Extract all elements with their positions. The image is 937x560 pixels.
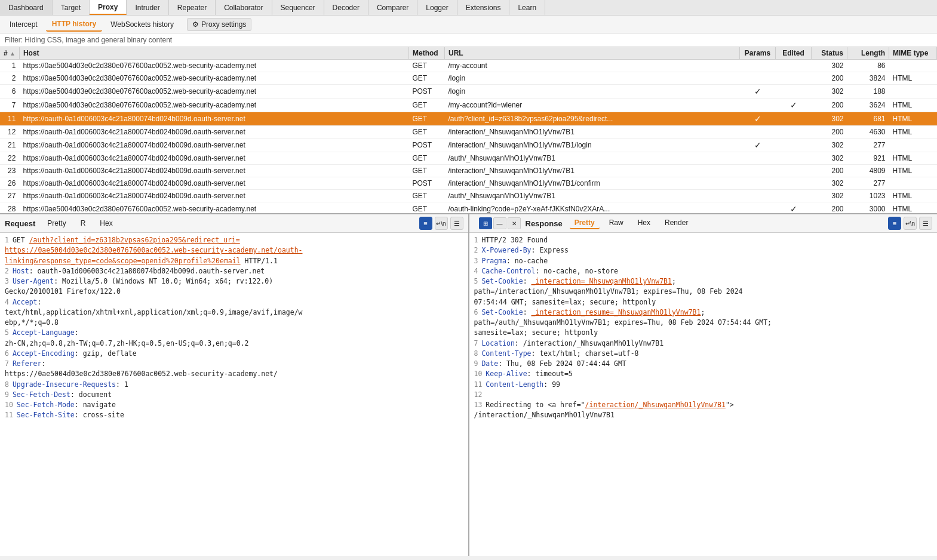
response-action-newline[interactable]: ↵\n <box>904 217 917 230</box>
response-tab-raw[interactable]: Raw <box>604 217 628 229</box>
table-cell: GET <box>409 60 445 72</box>
response-panel-header: ⊞ — ✕ Response Pretty Raw Hex Render ≡ ↵… <box>469 214 938 233</box>
table-cell: 22 <box>0 152 19 165</box>
table-cell: ✓ <box>776 202 812 215</box>
table-cell: GET <box>409 202 445 215</box>
sub-tab-http-history[interactable]: HTTP history <box>46 17 102 32</box>
nav-tab-decoder[interactable]: Decoder <box>324 0 368 15</box>
nav-tab-learn[interactable]: Learn <box>509 0 545 15</box>
table-cell <box>740 177 776 190</box>
request-content[interactable]: 1GET /auth?client_id=z6318b2vpsas62pioa2… <box>0 233 468 556</box>
line-number: 6 <box>5 349 9 358</box>
table-cell: https://0ae5004d03e0c2d380e0767600ac0052… <box>19 99 408 112</box>
table-row[interactable]: 21https://oauth-0a1d006003c4c21a800074bd… <box>0 139 937 152</box>
table-cell <box>776 112 812 126</box>
col-header-status[interactable]: Status <box>812 47 847 60</box>
response-tab-hex[interactable]: Hex <box>633 217 655 229</box>
response-tab-render[interactable]: Render <box>660 217 693 229</box>
table-cell: https://oauth-0a1d006003c4c21a800074bd02… <box>19 139 408 152</box>
response-view-toggle: ⊞ — ✕ <box>479 217 521 229</box>
nav-tab-intruder[interactable]: Intruder <box>127 0 168 15</box>
table-cell <box>740 126 776 139</box>
col-header-url[interactable]: URL <box>445 47 740 60</box>
table-cell: 21 <box>0 139 19 152</box>
table-cell: 26 <box>0 177 19 190</box>
table-cell: https://0ae5004d03e0c2d380e0767600ac0052… <box>19 85 408 99</box>
table-row[interactable]: 7https://0ae5004d03e0c2d380e0767600ac005… <box>0 99 937 112</box>
col-header-method[interactable]: Method <box>409 47 445 60</box>
table-row[interactable]: 26https://oauth-0a1d006003c4c21a800074bd… <box>0 177 937 190</box>
table-row[interactable]: 28https://0ae5004d03e0c2d380e0767600ac00… <box>0 202 937 215</box>
table-cell <box>889 177 937 190</box>
response-tab-pretty[interactable]: Pretty <box>570 217 600 229</box>
line-number: 4 <box>5 298 9 306</box>
filter-text: Filter: Hiding CSS, image and general bi… <box>5 36 172 44</box>
sub-tab-intercept[interactable]: Intercept <box>4 18 44 31</box>
nav-tab-comparer[interactable]: Comparer <box>368 0 417 15</box>
nav-tab-collaborator[interactable]: Collaborator <box>216 0 272 15</box>
nav-tab-repeater[interactable]: Repeater <box>169 0 216 15</box>
nav-tab-proxy[interactable]: Proxy <box>90 0 127 15</box>
response-action-menu[interactable]: ☰ <box>919 217 932 230</box>
request-tab-hex[interactable]: Hex <box>95 218 117 229</box>
table-cell <box>776 165 812 177</box>
nav-tab-extensions[interactable]: Extensions <box>457 0 510 15</box>
table-cell <box>740 60 776 72</box>
request-action-newline[interactable]: ↵\n <box>435 217 448 230</box>
sub-tab-websockets-history[interactable]: WebSockets history <box>105 18 180 31</box>
table-cell: 2 <box>0 72 19 85</box>
table-cell: HTML <box>889 152 937 165</box>
col-header-length[interactable]: Length <box>847 47 889 60</box>
view-btn-list[interactable]: — <box>493 217 506 229</box>
col-header-mime[interactable]: MIME type <box>889 47 937 60</box>
table-row[interactable]: 1https://0ae5004d03e0c2d380e0767600ac005… <box>0 60 937 72</box>
view-btn-grid[interactable]: ⊞ <box>479 217 492 229</box>
table-cell: 1023 <box>847 190 889 202</box>
table-row[interactable]: 22https://oauth-0a1d006003c4c21a800074bd… <box>0 152 937 165</box>
col-header-num[interactable]: # ▲ <box>0 47 19 60</box>
table-row[interactable]: 12https://oauth-0a1d006003c4c21a800074bd… <box>0 126 937 139</box>
line-number: 9 <box>474 359 478 368</box>
col-header-edited[interactable]: Edited <box>776 47 812 60</box>
table-cell <box>776 177 812 190</box>
table-cell: HTML <box>889 126 937 139</box>
table-cell <box>776 152 812 165</box>
table-row[interactable]: 6https://0ae5004d03e0c2d380e0767600ac005… <box>0 85 937 99</box>
filter-bar[interactable]: Filter: Hiding CSS, image and general bi… <box>0 33 937 47</box>
table-cell: HTML <box>889 112 937 126</box>
table-cell: ✓ <box>740 85 776 99</box>
view-btn-close[interactable]: ✕ <box>508 217 521 229</box>
table-cell: https://oauth-0a1d006003c4c21a800074bd02… <box>19 165 408 177</box>
table-cell: ✓ <box>740 139 776 152</box>
table-cell: 302 <box>812 85 847 99</box>
table-row[interactable]: 23https://oauth-0a1d006003c4c21a800074bd… <box>0 165 937 177</box>
line-number: 7 <box>474 339 478 347</box>
table-cell: 302 <box>812 152 847 165</box>
nav-tab-dashboard[interactable]: Dashboard <box>0 0 53 15</box>
request-action-menu[interactable]: ☰ <box>450 217 463 230</box>
table-cell: https://oauth-0a1d006003c4c21a800074bd02… <box>19 152 408 165</box>
request-tab-raw[interactable]: R <box>76 218 91 229</box>
sub-navigation: InterceptHTTP historyWebSockets history⚙… <box>0 16 937 33</box>
line-number: 3 <box>5 277 9 285</box>
response-content[interactable]: 1HTTP/2 302 Found 2X-Powered-By: Express… <box>469 233 938 556</box>
table-row[interactable]: 27https://oauth-0a1d006003c4c21a800074bd… <box>0 190 937 202</box>
table-row[interactable]: 11https://oauth-0a1d006003c4c21a800074bd… <box>0 112 937 126</box>
table-cell: https://0ae5004d03e0c2d380e0767600ac0052… <box>19 72 408 85</box>
nav-tab-sequencer[interactable]: Sequencer <box>272 0 324 15</box>
request-action-list[interactable]: ≡ <box>419 217 432 230</box>
request-tab-pretty[interactable]: Pretty <box>42 218 70 229</box>
nav-tab-logger[interactable]: Logger <box>417 0 457 15</box>
response-action-list[interactable]: ≡ <box>888 217 901 230</box>
table-cell: 1 <box>0 60 19 72</box>
table-cell: 302 <box>812 112 847 126</box>
table-cell: 302 <box>812 190 847 202</box>
col-header-host[interactable]: Host <box>19 47 408 60</box>
table-body: 1https://0ae5004d03e0c2d380e0767600ac005… <box>0 60 937 215</box>
nav-tab-target[interactable]: Target <box>53 0 90 15</box>
table-cell: 200 <box>812 165 847 177</box>
table-row[interactable]: 2https://0ae5004d03e0c2d380e0767600ac005… <box>0 72 937 85</box>
table-cell <box>740 190 776 202</box>
proxy-settings-button[interactable]: ⚙ Proxy settings <box>187 18 251 31</box>
col-header-params[interactable]: Params <box>740 47 776 60</box>
